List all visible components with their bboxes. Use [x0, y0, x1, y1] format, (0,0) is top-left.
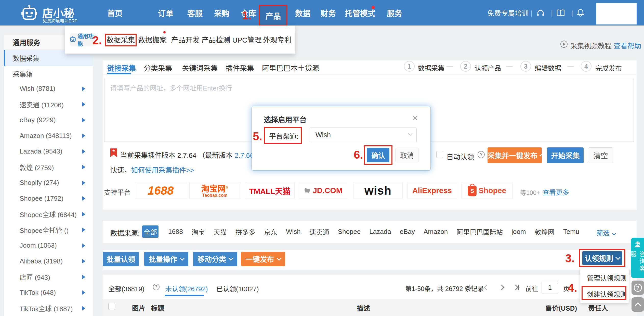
menu-item-product-check[interactable]: 产品检测 — [202, 26, 230, 54]
tab-keyword-collect[interactable]: 关键词采集 — [182, 63, 218, 73]
table-tab-all[interactable]: 全部(36819) — [108, 284, 144, 293]
datasource-option-aliexpress[interactable]: 速卖通 — [309, 227, 329, 236]
sidebar-item-ebay[interactable]: eBay (9229) — [4, 112, 93, 128]
batch-operations-button[interactable]: 批量操作 — [144, 252, 188, 266]
page-number-input[interactable] — [542, 281, 558, 294]
nav-item-purchase[interactable]: 采购 — [214, 0, 229, 26]
menu-item-create-claim-rules[interactable]: 创建认领规则 — [580, 286, 629, 302]
clear-button[interactable]: 清空 — [589, 147, 613, 163]
pagination-first-button[interactable] — [468, 283, 476, 292]
sidebar-item-label: Lazada (9543) — [20, 147, 62, 155]
datasource-option-alibaba-intl[interactable]: 阿里巴巴国际站 — [456, 227, 503, 236]
batch-claim-button[interactable]: 批量认领 — [103, 252, 139, 266]
datasource-option-shopee[interactable]: Shopee — [338, 228, 361, 236]
sidebar-item-shopee[interactable]: Shopee (1792) — [4, 191, 93, 207]
sidebar-item-tiktok[interactable]: TikTok (648) — [4, 285, 93, 301]
menu-item-design-patent[interactable]: 外观专利 — [263, 26, 292, 54]
datasource-option-1688[interactable]: 1688 — [168, 228, 183, 236]
datasource-option-ebay[interactable]: eBay — [400, 228, 415, 236]
tab-alibaba-local[interactable]: 阿里巴巴本土货源 — [262, 63, 319, 73]
cancel-button[interactable]: 取消 — [396, 148, 418, 162]
one-click-publish-button[interactable]: 一键发布 — [241, 252, 285, 266]
menu-item-upc[interactable]: UPC管理 — [232, 26, 261, 54]
start-collect-button[interactable]: 开始采集 — [547, 147, 584, 163]
nav-item-finance[interactable]: 财务 — [321, 0, 336, 26]
sidebar-item-collection-box[interactable]: 采集箱 — [4, 66, 93, 81]
table-tab-help-icon[interactable]: ? — [153, 284, 160, 290]
play-circle-icon[interactable] — [560, 40, 568, 49]
close-icon[interactable]: × — [412, 113, 418, 124]
nav-item-home[interactable]: 首页 — [107, 0, 123, 26]
claim-rules-button[interactable]: 认领规则 — [582, 251, 622, 265]
datasource-option-jd[interactable]: 京东 — [264, 227, 277, 236]
datasource-option-amazon[interactable]: Amazon — [424, 228, 448, 236]
datasource-option-wish[interactable]: Wish — [286, 228, 301, 236]
datasource-option-joom[interactable]: joom — [511, 228, 526, 236]
sidebar-item-dianjiang[interactable]: 店匠 (943) — [4, 269, 93, 285]
datasource-option-lazada[interactable]: Lazada — [369, 228, 391, 236]
sidebar-item-alibaba[interactable]: Alibaba (3198) — [4, 254, 93, 269]
menu-item-data-collection[interactable]: 数据采集 — [107, 26, 135, 54]
nav-item-data[interactable]: 数据 — [295, 0, 310, 26]
table-tab-unclaimed[interactable]: 未认领(26792) — [165, 284, 208, 293]
datasource-option-taobao[interactable]: 淘宝 — [192, 227, 205, 236]
filter-link[interactable]: 筛选 — [596, 228, 615, 237]
help-widget[interactable]: ? — [632, 281, 644, 295]
sidebar-item-wish[interactable]: Wish (8781) — [4, 81, 93, 97]
sidebar-item-lazada[interactable]: Lazada (9543) — [4, 144, 93, 159]
nav-item-managed-mode[interactable]: 托管模式 — [345, 0, 375, 26]
tab-link-collect[interactable]: 链接采集 — [107, 63, 136, 73]
auto-claim-checkbox[interactable] — [436, 151, 443, 158]
back-to-top-widget[interactable] — [632, 297, 644, 312]
tab-category-collect[interactable]: 分类采集 — [144, 63, 172, 73]
datasource-option-all[interactable]: 全部 — [142, 225, 159, 238]
pagination-last-button[interactable] — [512, 283, 521, 292]
customer-service-widget[interactable]: 咨询客服 — [631, 238, 644, 278]
move-category-button[interactable]: 移动分类 — [193, 252, 237, 266]
nav-item-services[interactable]: 服务 — [387, 0, 402, 26]
view-more-link[interactable]: 查看更多 — [543, 187, 569, 197]
menu-item-manage-claim-rules[interactable]: 管理认领规则 — [580, 269, 629, 286]
datasource-option-pinduoduo[interactable]: 拼多多 — [235, 227, 255, 236]
datasource-option-dhgate[interactable]: 敦煌网 — [535, 227, 555, 236]
video-tutorial-link[interactable]: 采集视频教程 — [570, 41, 612, 50]
auto-claim-help-icon[interactable]: ? — [478, 151, 485, 158]
pagination-prev-button[interactable] — [482, 283, 491, 292]
sidebar: 通用服务 数据采集 采集箱 Wish (8781) 速卖通 (11206) eB… — [4, 35, 93, 316]
nav-item-products[interactable]: 产品 — [259, 5, 287, 26]
manual-book-icon[interactable] — [556, 9, 565, 18]
collect-and-publish-button[interactable]: 采集并一键发布 — [488, 147, 542, 163]
latest-version-link[interactable]: 2.7.66 — [235, 152, 254, 159]
sidebar-item-amazon[interactable]: Amazon (348113) — [4, 128, 93, 144]
bell-icon[interactable] — [576, 8, 585, 18]
sidebar-item-aliexpress[interactable]: 速卖通 (11206) — [4, 97, 93, 112]
datasource-option-tmall[interactable]: 天猫 — [214, 227, 227, 236]
annotation-step-3: 3. — [565, 252, 575, 265]
sidebar-item-shopee-global[interactable]: Shopee全球 (6844) — [4, 206, 93, 222]
start-collect-label: 开始采集 — [551, 150, 580, 160]
sidebar-item-dunhuang[interactable]: 敦煌 (2759) — [4, 159, 93, 175]
view-help-link[interactable]: 查看帮助 — [614, 41, 641, 50]
annotation-step-2: 2. — [93, 34, 102, 47]
sidebar-item-shopify[interactable]: Shopify (274) — [4, 175, 93, 191]
datasource-option-temu[interactable]: Temu — [563, 228, 580, 236]
table-tab-claimed[interactable]: 已认领(10027) — [216, 284, 259, 293]
sidebar-item-tiktok-global[interactable]: TikTok全球 (1887) — [4, 300, 93, 316]
headset-icon[interactable] — [536, 9, 545, 18]
logo-jd-text: JD.COM — [313, 186, 343, 195]
select-all-checkbox[interactable] — [108, 303, 115, 310]
pagination-next-button[interactable] — [497, 283, 506, 292]
sidebar-item-joom[interactable]: Joom (1063) — [4, 238, 93, 254]
batch-claim-label: 批量认领 — [107, 254, 135, 264]
menu-item-data-mover[interactable]: 数据搬家 — [138, 26, 167, 54]
plugin-howto-link[interactable]: 如何使用采集插件>> — [131, 167, 194, 174]
confirm-button[interactable]: 确认 — [367, 148, 389, 162]
user-account-box[interactable] — [596, 3, 637, 24]
nav-item-customer-service[interactable]: 客服 — [187, 0, 203, 26]
nav-item-orders[interactable]: 订单 — [158, 0, 173, 26]
sidebar-item-shopee-managed[interactable]: Shopee全托管 () — [4, 222, 93, 238]
menu-item-product-dev[interactable]: 产品开发 — [171, 26, 200, 54]
tab-plugin-collect[interactable]: 插件采集 — [226, 63, 254, 73]
nav-training-link[interactable]: 免费专属培训 — [487, 0, 529, 26]
platform-channel-select[interactable]: Wish — [310, 128, 417, 142]
